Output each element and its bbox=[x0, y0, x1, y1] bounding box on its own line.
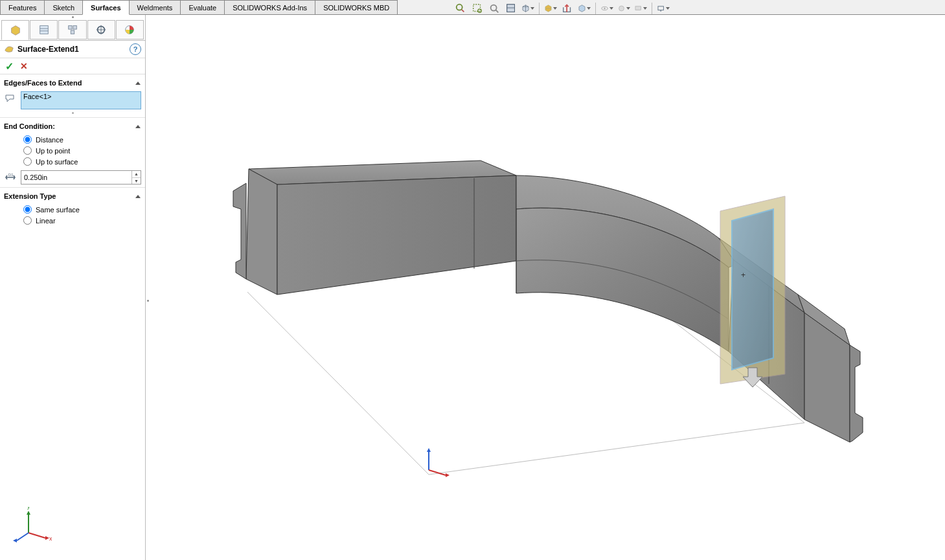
svg-point-3 bbox=[478, 9, 481, 12]
svg-marker-14 bbox=[579, 5, 585, 12]
section-view-icon[interactable] bbox=[504, 1, 518, 16]
collapse-caret-icon[interactable] bbox=[135, 193, 141, 199]
tab-sketch[interactable]: Sketch bbox=[44, 0, 83, 14]
view-settings-icon[interactable] bbox=[633, 1, 648, 16]
end-condition-group: End Condition: Distance Up to point Up t… bbox=[0, 118, 145, 188]
end-condition-options: Distance Up to point Up to surface bbox=[23, 135, 141, 166]
dropdown-caret-icon[interactable] bbox=[666, 7, 670, 10]
dropdown-caret-icon[interactable] bbox=[587, 7, 591, 10]
panel-grip[interactable] bbox=[0, 15, 145, 19]
manager-pane-tabs bbox=[0, 19, 145, 41]
tab-mbd[interactable]: SOLIDWORKS MBD bbox=[315, 0, 398, 14]
extension-type-linear[interactable]: Linear bbox=[23, 216, 141, 225]
hide-show-icon[interactable] bbox=[560, 1, 575, 16]
end-condition-uptopoint[interactable]: Up to point bbox=[23, 146, 141, 155]
tab-surfaces[interactable]: Surfaces bbox=[82, 0, 129, 15]
end-condition-uptopoint-label: Up to point bbox=[36, 147, 70, 155]
configuration-manager-tab[interactable] bbox=[58, 20, 86, 39]
collapse-caret-icon[interactable] bbox=[135, 123, 141, 129]
distance-row: D1 ▲ ▼ bbox=[4, 170, 141, 185]
zoom-area-icon[interactable] bbox=[470, 1, 484, 16]
distance-spin-down[interactable]: ▼ bbox=[132, 178, 141, 185]
svg-rect-2 bbox=[473, 5, 481, 12]
svg-marker-38 bbox=[277, 175, 516, 295]
ok-button[interactable]: ✓ bbox=[5, 60, 14, 73]
collapse-caret-icon[interactable] bbox=[135, 80, 141, 86]
help-icon[interactable]: ? bbox=[130, 43, 141, 55]
tab-evaluate[interactable]: Evaluate bbox=[180, 0, 225, 14]
tab-addins[interactable]: SOLIDWORKS Add-Ins bbox=[224, 0, 315, 14]
surface-extend-icon bbox=[4, 43, 14, 56]
extension-type-group: Extension Type Same surface Linear bbox=[0, 188, 145, 228]
apply-scene-icon[interactable] bbox=[617, 1, 631, 16]
end-condition-uptopoint-radio[interactable] bbox=[23, 146, 32, 155]
model-view[interactable]: + bbox=[150, 15, 945, 560]
svg-marker-52 bbox=[446, 473, 450, 477]
svg-marker-50 bbox=[427, 448, 431, 452]
eye-icon[interactable] bbox=[600, 1, 614, 16]
extension-type-options: Same surface Linear bbox=[23, 205, 141, 225]
extension-type-header[interactable]: Extension Type bbox=[4, 190, 141, 202]
end-condition-header-label: End Condition: bbox=[4, 122, 55, 130]
tab-weldments[interactable]: Weldments bbox=[129, 0, 181, 14]
zoom-fit-icon[interactable] bbox=[453, 1, 468, 16]
svg-line-1 bbox=[462, 10, 464, 12]
dropdown-caret-icon[interactable] bbox=[626, 7, 630, 10]
end-condition-header[interactable]: End Condition: bbox=[4, 120, 141, 132]
dropdown-caret-icon[interactable] bbox=[530, 7, 534, 10]
dropdown-caret-icon[interactable] bbox=[643, 7, 647, 10]
extension-type-same[interactable]: Same surface bbox=[23, 205, 141, 214]
extension-type-same-radio[interactable] bbox=[23, 205, 32, 214]
panel-resize-grip[interactable] bbox=[145, 287, 150, 313]
end-condition-uptosurface-radio[interactable] bbox=[23, 157, 32, 166]
distance-input[interactable] bbox=[21, 171, 131, 184]
distance-field[interactable]: ▲ ▼ bbox=[21, 170, 141, 185]
extension-type-linear-label: Linear bbox=[36, 217, 56, 225]
viewport-origin bbox=[427, 448, 450, 477]
svg-point-17 bbox=[619, 6, 624, 11]
model-segment-curve[interactable] bbox=[516, 175, 746, 352]
display-style-icon[interactable] bbox=[543, 1, 558, 16]
tab-features[interactable]: Features bbox=[0, 0, 45, 14]
end-condition-uptosurface-label: Up to surface bbox=[36, 158, 78, 166]
display-manager-tab[interactable] bbox=[116, 20, 144, 39]
graphics-viewport[interactable]: + bbox=[150, 15, 945, 560]
selection-callout-icon bbox=[4, 91, 17, 104]
ok-cancel-bar: ✓ ✕ bbox=[0, 58, 145, 74]
svg-text:D1: D1 bbox=[8, 173, 14, 177]
edges-faces-selection-item[interactable]: Face<1> bbox=[23, 93, 51, 100]
extension-type-same-label: Same surface bbox=[36, 206, 80, 214]
property-manager-tab[interactable] bbox=[30, 20, 58, 39]
svg-rect-20 bbox=[660, 10, 661, 11]
heads-up-view-toolbar bbox=[453, 1, 670, 16]
dimxpert-manager-tab[interactable] bbox=[87, 20, 115, 39]
end-condition-distance-radio[interactable] bbox=[23, 135, 32, 144]
extend-origin-marker: + bbox=[741, 271, 746, 280]
end-condition-uptosurface[interactable]: Up to surface bbox=[23, 157, 141, 166]
reference-triad: y x z bbox=[13, 507, 52, 547]
previous-view-icon[interactable] bbox=[487, 1, 501, 16]
edit-appearance-icon[interactable] bbox=[577, 1, 591, 16]
svg-line-55 bbox=[28, 533, 45, 538]
dropdown-caret-icon[interactable] bbox=[553, 7, 557, 10]
svg-line-5 bbox=[496, 10, 499, 13]
view-orientation-icon[interactable] bbox=[521, 1, 535, 16]
edges-faces-header[interactable]: Edges/Faces to Extend bbox=[4, 77, 141, 89]
end-condition-distance-label: Distance bbox=[36, 136, 63, 144]
model-segment-left[interactable] bbox=[233, 161, 516, 295]
screen-capture-icon[interactable] bbox=[656, 1, 670, 16]
cancel-button[interactable]: ✕ bbox=[20, 61, 28, 71]
edges-faces-selection-box[interactable]: Face<1> bbox=[21, 91, 141, 109]
triad-x-label: x bbox=[49, 535, 52, 542]
extend-preview-surface[interactable]: + bbox=[720, 196, 785, 387]
extension-type-linear-radio[interactable] bbox=[23, 216, 32, 225]
distance-spin-up[interactable]: ▲ bbox=[132, 171, 141, 178]
svg-marker-58 bbox=[13, 539, 17, 543]
end-condition-distance[interactable]: Distance bbox=[23, 135, 141, 144]
feature-manager-tab[interactable] bbox=[1, 20, 29, 40]
toolbar-separator bbox=[539, 3, 540, 14]
dropdown-caret-icon[interactable] bbox=[609, 7, 613, 10]
triad-y-label: y bbox=[27, 507, 30, 510]
toolbar-separator bbox=[595, 3, 596, 14]
selection-grip[interactable] bbox=[4, 111, 141, 115]
